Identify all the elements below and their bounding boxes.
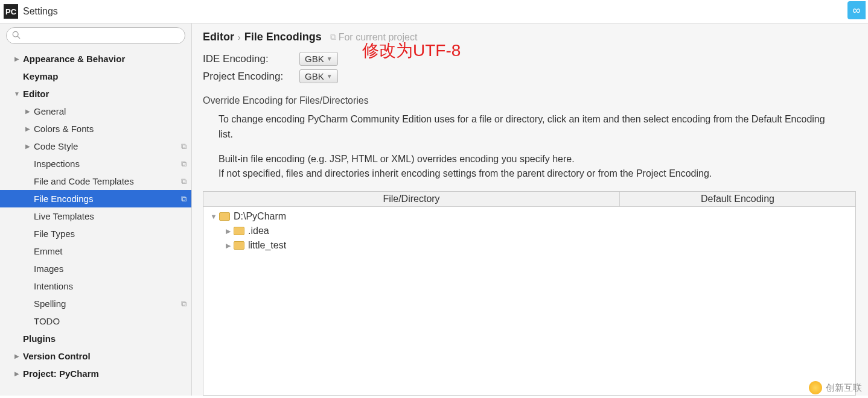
tree-arrow-icon: ▶	[13, 353, 21, 359]
sidebar-item-live-templates[interactable]: Live Templates	[0, 207, 191, 225]
sidebar-item-label: File and Code Templates	[34, 176, 181, 186]
breadcrumb-sep: ›	[238, 33, 241, 42]
settings-sidebar: ▶Appearance & BehaviorKeymap▼Editor▶Gene…	[0, 24, 192, 396]
sidebar-item-label: Version Control	[23, 351, 187, 361]
sidebar-item-label: Images	[34, 264, 187, 274]
sidebar-item-label: Appearance & Behavior	[23, 54, 187, 64]
breadcrumb-leaf: File Encodings	[244, 31, 322, 43]
col-default-encoding[interactable]: Default Encoding	[620, 192, 855, 206]
project-scope-icon: ⧉	[181, 299, 187, 309]
search-input[interactable]	[6, 27, 185, 44]
sidebar-item-file-and-code-templates[interactable]: File and Code Templates⧉	[0, 172, 191, 190]
tree-arrow-icon: ▼	[13, 90, 21, 97]
override-section-title: Override Encoding for Files/Directories	[203, 95, 856, 106]
dir-name: D:\PyCharm	[234, 211, 286, 222]
watermark-text: 创新互联	[826, 382, 862, 394]
sidebar-item-label: General	[34, 106, 187, 116]
sidebar-item-spelling[interactable]: Spelling⧉	[0, 295, 191, 312]
project-encoding-row: Project Encoding: GBK ▼	[203, 69, 856, 83]
chevron-down-icon: ▼	[327, 55, 333, 62]
sidebar-item-appearance-behavior[interactable]: ▶Appearance & Behavior	[0, 50, 191, 68]
watermark-icon	[809, 381, 822, 394]
project-scope-icon: ⧉	[181, 177, 187, 186]
tree-arrow-icon: ▼	[209, 213, 218, 220]
sidebar-item-label: Code Style	[34, 141, 181, 151]
sidebar-item-intentions[interactable]: Intentions	[0, 277, 191, 295]
tree-arrow-icon: ▶	[24, 143, 31, 150]
project-encoding-label: Project Encoding:	[203, 71, 299, 83]
tree-arrow-icon: ▶	[224, 242, 232, 250]
project-scope-icon: ⧉	[330, 32, 336, 42]
tree-arrow-icon: ▶	[13, 370, 21, 377]
sidebar-item-inspections[interactable]: Inspections⧉	[0, 155, 191, 172]
project-scope-icon: ⧉	[181, 159, 187, 169]
breadcrumb: Editor › File Encodings ⧉ For current pr…	[203, 31, 856, 43]
settings-main: Editor › File Encodings ⧉ For current pr…	[192, 24, 868, 396]
table-row[interactable]: ▶little_test	[207, 238, 852, 253]
project-encoding-dropdown[interactable]: GBK ▼	[299, 69, 338, 83]
titlebar-tool-icon[interactable]: ∞	[847, 1, 866, 19]
sidebar-item-label: Plugins	[23, 333, 187, 344]
folder-icon	[234, 241, 244, 250]
sidebar-item-code-style[interactable]: ▶Code Style⧉	[0, 137, 191, 155]
folder-icon	[219, 212, 230, 221]
sidebar-item-label: TODO	[34, 316, 187, 326]
sidebar-item-label: Editor	[23, 89, 187, 99]
sidebar-item-file-encodings[interactable]: File Encodings⧉	[0, 190, 191, 207]
watermark: 创新互联	[809, 381, 862, 394]
sidebar-item-label: File Types	[34, 229, 187, 239]
tree-arrow-icon: ▶	[224, 227, 232, 235]
sidebar-item-label: Keymap	[23, 71, 187, 81]
table-row[interactable]: ▼D:\PyCharm	[207, 209, 852, 224]
sidebar-item-label: Inspections	[34, 159, 181, 169]
override-help-2: Built-in file encoding (e.g. JSP, HTML o…	[203, 152, 856, 182]
folder-icon	[234, 227, 244, 235]
sidebar-item-emmet[interactable]: Emmet	[0, 242, 191, 260]
table-body: ▼D:\PyCharm▶.idea▶little_test	[203, 207, 855, 395]
chevron-down-icon: ▼	[327, 73, 333, 80]
sidebar-item-general[interactable]: ▶General	[0, 103, 191, 120]
sidebar-item-plugins[interactable]: Plugins	[0, 330, 191, 347]
breadcrumb-root: Editor	[203, 31, 234, 43]
table-header: File/Directory Default Encoding	[203, 192, 855, 207]
sidebar-item-label: File Encodings	[34, 194, 181, 204]
dir-name: little_test	[248, 240, 286, 251]
ide-encoding-label: IDE Encoding:	[203, 53, 299, 65]
breadcrumb-hint: ⧉ For current project	[330, 32, 418, 43]
sidebar-item-label: Spelling	[34, 298, 181, 309]
ide-encoding-dropdown[interactable]: GBK ▼	[299, 52, 338, 66]
sidebar-item-label: Intentions	[34, 281, 187, 291]
settings-tree: ▶Appearance & BehaviorKeymap▼Editor▶Gene…	[0, 48, 191, 396]
sidebar-item-todo[interactable]: TODO	[0, 312, 191, 330]
project-encoding-value: GBK	[305, 71, 324, 81]
sidebar-item-keymap[interactable]: Keymap	[0, 68, 191, 85]
project-scope-icon: ⧉	[181, 142, 187, 151]
sidebar-item-editor[interactable]: ▼Editor	[0, 85, 191, 103]
sidebar-item-project-pycharm[interactable]: ▶Project: PyCharm	[0, 365, 191, 382]
tree-arrow-icon: ▶	[24, 125, 31, 132]
sidebar-item-file-types[interactable]: File Types	[0, 225, 191, 242]
ide-encoding-value: GBK	[305, 54, 324, 64]
project-scope-icon: ⧉	[181, 194, 187, 204]
sidebar-item-version-control[interactable]: ▶Version Control	[0, 347, 191, 365]
breadcrumb-hint-text: For current project	[339, 32, 418, 43]
window-title: Settings	[23, 6, 58, 17]
col-file-directory[interactable]: File/Directory	[203, 192, 620, 206]
sidebar-item-label: Live Templates	[34, 211, 187, 221]
sidebar-item-label: Emmet	[34, 246, 187, 256]
sidebar-item-images[interactable]: Images	[0, 260, 191, 277]
sidebar-item-label: Project: PyCharm	[23, 368, 187, 379]
pycharm-app-icon: PC	[4, 4, 18, 19]
sidebar-item-colors-fonts[interactable]: ▶Colors & Fonts	[0, 120, 191, 137]
override-help-1: To change encoding PyCharm Community Edi…	[203, 112, 856, 142]
ide-encoding-row: IDE Encoding: GBK ▼	[203, 52, 856, 66]
tree-arrow-icon: ▶	[13, 55, 21, 62]
dir-name: .idea	[248, 226, 269, 236]
sidebar-item-label: Colors & Fonts	[34, 124, 187, 134]
tree-arrow-icon: ▶	[24, 108, 31, 115]
titlebar: PC Settings ∞	[0, 0, 868, 23]
encoding-table: File/Directory Default Encoding ▼D:\PyCh…	[203, 191, 856, 396]
table-row[interactable]: ▶.idea	[207, 224, 852, 238]
